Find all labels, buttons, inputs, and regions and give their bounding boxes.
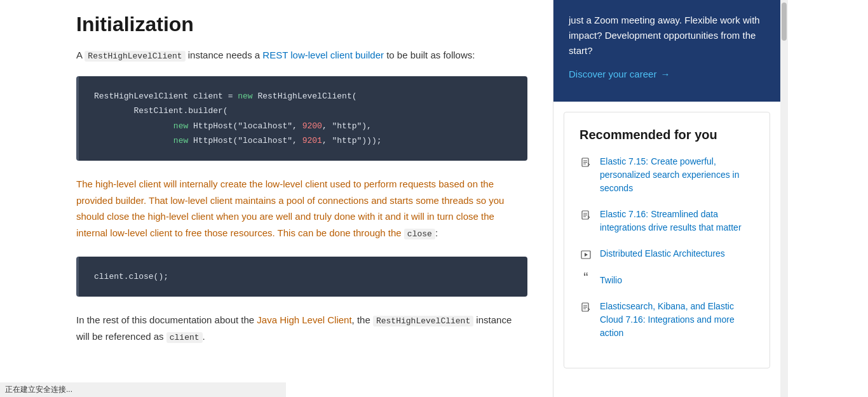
code-line-1: RestHighLevelClient client = new RestHig…: [94, 89, 512, 104]
recommended-title: Recommended for you: [580, 128, 754, 142]
career-banner: just a Zoom meeting away. Flexible work …: [553, 0, 780, 102]
status-bar: 正在建立安全连接...: [0, 382, 286, 397]
high-level-client-link[interactable]: The high-level client will internally cr…: [76, 178, 504, 238]
intro-code1: RestHighLevelClient: [85, 51, 185, 62]
rec-link-2[interactable]: Distributed Elastic Architectures: [600, 247, 725, 260]
description-paragraph: The high-level client will internally cr…: [76, 176, 527, 241]
rec-link-1[interactable]: Elastic 7.16: Streamlined data integrati…: [600, 208, 754, 234]
bottom-paragraph: In the rest of this documentation about …: [76, 312, 527, 345]
bottom-suffix: .: [203, 331, 205, 342]
intro-paragraph: A RestHighLevelClient instance needs a R…: [76, 48, 527, 64]
svg-marker-9: [585, 253, 588, 257]
intro-middle: instance needs a: [186, 50, 263, 60]
java-client-link[interactable]: Java High Level Client: [257, 314, 351, 325]
code-block-2: client.close();: [76, 257, 527, 297]
intro-suffix: to be built as follows:: [384, 50, 475, 60]
page-title: Initialization: [76, 13, 527, 36]
rec-link-0[interactable]: Elastic 7.15: Create powerful, personali…: [600, 155, 754, 195]
rec-icon-4: [580, 301, 592, 314]
status-text: 正在建立安全连接...: [5, 385, 72, 394]
code-line-3: new HttpHost("localhost", 9200, "http"),: [94, 119, 512, 133]
rec-item-4: Elasticsearch, Kibana, and Elastic Cloud…: [580, 300, 754, 340]
rec-link-4[interactable]: Elasticsearch, Kibana, and Elastic Cloud…: [600, 300, 754, 340]
main-content: Initialization A RestHighLevelClient ins…: [0, 0, 553, 397]
code-line-4: new HttpHost("localhost", 9201, "http"))…: [94, 133, 512, 148]
discover-text: Discover your career: [569, 69, 656, 79]
code-block-1: RestHighLevelClient client = new RestHig…: [76, 76, 527, 161]
desc-suffix: :: [435, 227, 438, 238]
code-line-close: client.close();: [94, 269, 512, 284]
discover-career-link[interactable]: Discover your career →: [569, 69, 765, 79]
rec-item-2: Distributed Elastic Architectures: [580, 247, 754, 261]
rest-client-builder-link[interactable]: REST low-level client builder: [262, 50, 384, 60]
rec-icon-2: [580, 248, 592, 261]
rec-link-3[interactable]: Twilio: [600, 274, 622, 287]
right-sidebar: just a Zoom meeting away. Flexible work …: [553, 0, 780, 397]
discover-arrow: →: [660, 69, 670, 79]
scrollbar-track[interactable]: [780, 0, 788, 397]
rest-high-level-client-code: RestHighLevelClient: [373, 316, 473, 326]
rec-icon-1: [580, 209, 592, 222]
recommended-section: Recommended for you Elastic 7.15: Create…: [564, 112, 770, 368]
intro-prefix: A: [76, 50, 85, 60]
rec-icon-0: [580, 156, 592, 169]
scrollbar-thumb[interactable]: [782, 3, 787, 41]
rec-icon-3: “: [580, 271, 592, 284]
rec-item-1: Elastic 7.16: Streamlined data integrati…: [580, 208, 754, 234]
banner-text: just a Zoom meeting away. Flexible work …: [569, 13, 765, 58]
bottom-middle1: , the: [352, 314, 373, 325]
bottom-prefix: In the rest of this documentation about …: [76, 314, 257, 325]
code-line-2: RestClient.builder(: [94, 104, 512, 118]
rec-item-3: “ Twilio: [580, 274, 754, 287]
client-code: client: [166, 332, 203, 343]
rec-item-0: Elastic 7.15: Create powerful, personali…: [580, 155, 754, 195]
close-code: close: [404, 229, 435, 239]
